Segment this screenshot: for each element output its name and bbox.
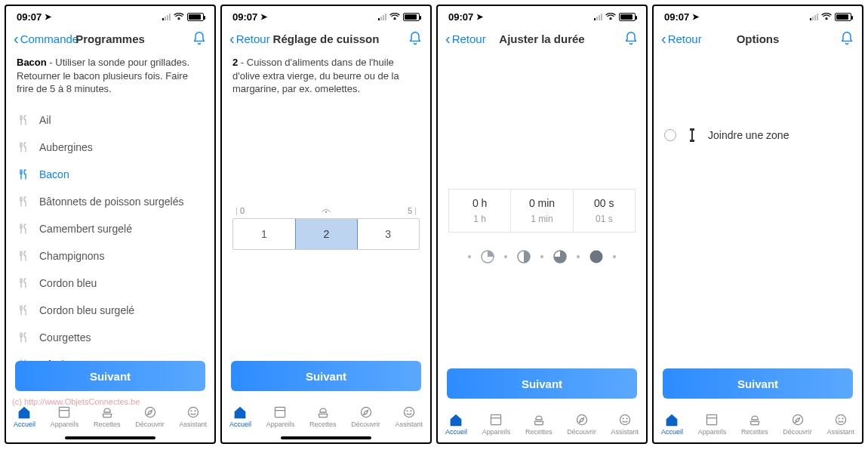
list-item[interactable]: Cordon bleu <box>17 270 204 297</box>
list-item[interactable]: Courgettes <box>17 324 204 351</box>
list-item[interactable]: Bâtonnets de poisson surgelés <box>17 188 204 215</box>
list-item[interactable]: Camembert surgelé <box>17 215 204 242</box>
status-bar: 09:07➤ <box>654 6 862 24</box>
status-time: 09:07 <box>448 11 473 23</box>
back-button[interactable]: ‹Retour <box>229 31 270 46</box>
segment-2[interactable]: 2 <box>295 218 359 250</box>
list-item[interactable]: Cordon bleu surgelé <box>17 297 204 324</box>
svg-point-6 <box>325 211 327 212</box>
heat-scale: | 0 5 | 123 <box>232 205 420 250</box>
home-indicator <box>281 436 371 439</box>
list-item[interactable]: Côtelettes <box>17 351 204 361</box>
tab-devices[interactable]: Appareils <box>698 413 727 436</box>
back-button[interactable]: ‹Retour <box>661 31 702 46</box>
tab-home[interactable]: Accueil <box>661 413 683 436</box>
option-join-zone[interactable]: Joindre une zone <box>664 128 851 142</box>
svg-point-28 <box>793 414 802 424</box>
tab-devices[interactable]: Appareils <box>51 405 79 428</box>
tab-discover[interactable]: Découvrir <box>135 405 165 428</box>
list-item[interactable]: Bacon <box>17 161 204 188</box>
screen-reglage: 09:07➤ ‹Retour Réglage de cuisson 2 - Cu… <box>220 5 432 444</box>
svg-point-19 <box>577 414 586 424</box>
level-segmented[interactable]: 123 <box>232 218 420 250</box>
chevron-left-icon: ‹ <box>445 31 451 46</box>
picker-column[interactable]: 0 min1 min <box>511 190 573 232</box>
battery-icon <box>835 13 851 21</box>
back-button[interactable]: ‹Retour <box>445 31 486 46</box>
screen-duree: 09:07➤ ‹Retour Ajuster la durée 0 h1 h0 … <box>436 5 648 444</box>
tab-assistant[interactable]: Assistant <box>827 413 855 436</box>
picker-column[interactable]: 0 h1 h <box>449 190 511 232</box>
tab-devices[interactable]: Appareils <box>482 413 511 436</box>
tab-bar: AccueilAppareilsRecettesDécouvrirAssista… <box>654 405 862 442</box>
battery-icon <box>187 13 204 21</box>
location-icon: ➤ <box>476 12 483 22</box>
option-label: Joindre une zone <box>708 129 789 141</box>
picker-column[interactable]: 00 s01 s <box>574 190 635 232</box>
svg-point-31 <box>842 418 843 419</box>
location-icon: ➤ <box>45 12 51 22</box>
tab-recipes[interactable]: Recettes <box>309 405 337 428</box>
next-button[interactable]: Suivant <box>663 368 853 399</box>
svg-point-21 <box>623 418 623 419</box>
bell-icon[interactable] <box>192 31 207 46</box>
utensils-icon <box>18 169 29 180</box>
svg-rect-24 <box>691 131 693 140</box>
program-list[interactable]: AilAuberginesBaconBâtonnets de poisson s… <box>17 106 204 361</box>
utensils-icon <box>18 332 29 343</box>
svg-point-3 <box>188 407 198 417</box>
svg-point-5 <box>195 411 195 411</box>
bell-icon[interactable] <box>408 31 423 46</box>
scale-max: 5 | <box>408 206 417 215</box>
nav-header: ‹Retour Ajuster la durée <box>438 24 646 53</box>
back-button[interactable]: ‹Commande <box>14 31 78 46</box>
wifi-icon <box>821 13 832 20</box>
bell-icon[interactable] <box>623 31 639 46</box>
chevron-left-icon: ‹ <box>661 31 666 46</box>
svg-point-20 <box>620 414 629 424</box>
tab-home[interactable]: Accueil <box>14 405 35 428</box>
list-item[interactable]: Aubergines <box>17 134 204 161</box>
nav-header: ‹Retour Réglage de cuisson <box>222 24 430 53</box>
screen-programmes: 09:07➤ ‹Commande Programmes Bacon - Util… <box>5 5 216 444</box>
tab-recipes[interactable]: Recettes <box>741 413 768 436</box>
cellular-icon <box>378 14 386 20</box>
tab-recipes[interactable]: Recettes <box>525 413 553 436</box>
status-bar: 09:07➤ <box>222 6 430 24</box>
tab-home[interactable]: Accueil <box>445 413 467 436</box>
next-button[interactable]: Suivant <box>231 361 421 391</box>
tab-assistant[interactable]: Assistant <box>396 405 423 428</box>
list-item[interactable]: Champignons <box>17 242 204 270</box>
radio-unchecked-icon[interactable] <box>664 129 676 141</box>
tab-discover[interactable]: Découvrir <box>783 413 812 436</box>
needle-icon <box>321 205 331 215</box>
segment-3[interactable]: 3 <box>357 219 419 249</box>
tab-recipes[interactable]: Recettes <box>94 405 121 428</box>
svg-point-11 <box>407 411 408 411</box>
tab-assistant[interactable]: Assistant <box>611 413 639 436</box>
battery-icon <box>619 13 636 21</box>
list-item[interactable]: Ail <box>17 106 204 134</box>
svg-rect-7 <box>275 407 285 417</box>
bell-icon[interactable] <box>839 31 854 46</box>
tab-assistant[interactable]: Assistant <box>180 405 208 428</box>
utensils-icon <box>18 278 29 288</box>
tab-home[interactable]: Accueil <box>229 405 251 428</box>
next-button[interactable]: Suivant <box>447 368 637 399</box>
next-button[interactable]: Suivant <box>15 361 205 391</box>
svg-point-12 <box>411 411 411 411</box>
utensils-icon <box>18 305 29 316</box>
home-indicator <box>65 436 155 439</box>
level-description: 2 - Cuisson d'aliments dans de l'huile d… <box>232 56 420 96</box>
tab-devices[interactable]: Appareils <box>266 405 295 428</box>
duration-picker[interactable]: 0 h1 h0 min1 min00 s01 s <box>448 189 636 233</box>
tab-discover[interactable]: Découvrir <box>567 413 596 436</box>
utensils-icon <box>18 115 29 125</box>
tab-bar: AccueilAppareilsRecettesDécouvrirAssista… <box>6 397 214 435</box>
wifi-icon <box>174 13 184 20</box>
tab-discover[interactable]: Découvrir <box>351 405 380 428</box>
segment-1[interactable]: 1 <box>233 219 296 249</box>
utensils-icon <box>18 223 29 234</box>
svg-point-22 <box>626 418 627 419</box>
pie-three-quarter-icon <box>553 249 568 264</box>
